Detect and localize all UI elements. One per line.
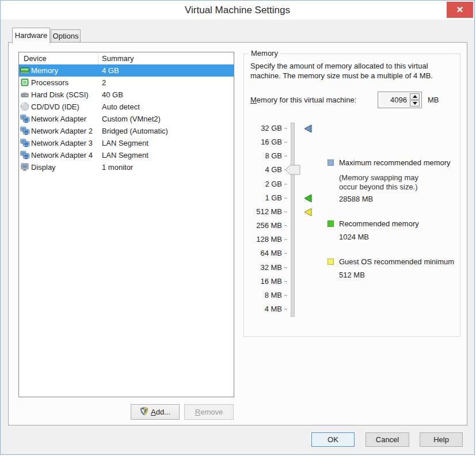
maximum-recommended-memory-swatch bbox=[328, 159, 334, 166]
scale-label: 2 GB bbox=[243, 180, 282, 188]
device-summary: LAN Segment bbox=[102, 139, 148, 147]
scale-label: 256 MB bbox=[243, 221, 282, 230]
scale-tick bbox=[284, 197, 287, 199]
recommended-memory-swatch bbox=[328, 221, 334, 227]
scale-tick bbox=[284, 253, 287, 254]
add-button-label: Add... bbox=[151, 408, 170, 416]
scale-tick bbox=[284, 267, 287, 268]
scale-label: 32 MB bbox=[243, 263, 282, 272]
scale-label: 1 GB bbox=[243, 193, 282, 202]
display-icon bbox=[20, 162, 29, 172]
memory-slider-track[interactable] bbox=[291, 123, 295, 317]
network-adapter-icon bbox=[20, 150, 29, 159]
memory-icon bbox=[20, 66, 29, 75]
remove-button-label: Remove bbox=[195, 408, 223, 416]
scale-label: 8 MB bbox=[243, 291, 282, 299]
device-row[interactable]: Network AdapterCustom (VMnet2) bbox=[19, 113, 234, 125]
uac-shield-icon bbox=[140, 406, 148, 417]
device-name: Display bbox=[31, 163, 56, 172]
hardware-tab-panel: Device Summary Memory4 GBProcessors2Hard… bbox=[8, 42, 467, 425]
network-adapter-icon bbox=[20, 126, 29, 135]
device-row[interactable]: Processors2 bbox=[19, 77, 234, 89]
legend-note: (Memory swapping may bbox=[339, 173, 418, 183]
legend-title: Recommended memory bbox=[339, 219, 419, 228]
scale-tick bbox=[284, 225, 287, 226]
tab-hardware[interactable]: Hardware bbox=[12, 28, 50, 43]
device-row[interactable]: Network Adapter 4LAN Segment bbox=[19, 149, 234, 161]
memory-value-input[interactable] bbox=[378, 92, 409, 108]
device-row[interactable]: Memory4 GB bbox=[19, 64, 234, 77]
scale-label: 512 MB bbox=[243, 207, 282, 216]
scale-tick bbox=[284, 211, 287, 212]
close-icon[interactable]: ✕ bbox=[447, 2, 473, 18]
column-header-device: Device bbox=[24, 54, 47, 63]
cd-dvd-icon bbox=[20, 102, 29, 111]
scale-tick bbox=[284, 309, 287, 310]
device-name: CD/DVD (IDE) bbox=[31, 102, 79, 111]
network-adapter-icon bbox=[20, 138, 29, 147]
device-summary: Custom (VMnet2) bbox=[102, 115, 161, 123]
legend-note: occur beyond this size.) bbox=[339, 182, 418, 192]
scale-label: 16 MB bbox=[243, 277, 282, 286]
memory-description: Specify the amount of memory allocated t… bbox=[250, 61, 455, 81]
scale-label: 8 GB bbox=[243, 151, 282, 160]
legend-value: 1024 MB bbox=[339, 233, 369, 241]
help-button[interactable]: Help bbox=[420, 432, 463, 447]
device-row[interactable]: Network Adapter 3LAN Segment bbox=[19, 137, 234, 149]
titlebar: Virtual Machine Settings ✕ bbox=[1, 1, 474, 20]
device-rows: Memory4 GBProcessors2Hard Disk (SCSI)40 … bbox=[19, 64, 234, 173]
device-summary: Bridged (Automatic) bbox=[102, 127, 168, 135]
device-list: Device Summary Memory4 GBProcessors2Hard… bbox=[18, 52, 234, 397]
device-name: Network Adapter 4 bbox=[31, 151, 93, 159]
device-summary: 2 bbox=[102, 78, 106, 87]
device-summary: Auto detect bbox=[102, 102, 140, 111]
memory-field-label: Memory for this virtual machine: bbox=[250, 96, 356, 104]
cancel-button[interactable]: Cancel bbox=[365, 432, 409, 447]
hard-disk-icon bbox=[20, 90, 29, 99]
scale-label: 4 GB bbox=[243, 165, 282, 174]
scale-tick bbox=[284, 184, 287, 185]
virtual-machine-settings-dialog: Virtual Machine Settings ✕ Hardware Opti… bbox=[0, 0, 475, 455]
scale-tick bbox=[284, 295, 287, 296]
scale-tick bbox=[284, 239, 287, 240]
scale-label: 128 MB bbox=[243, 235, 282, 244]
ok-button[interactable]: OK bbox=[311, 432, 355, 447]
tab-options[interactable]: Options bbox=[51, 29, 81, 43]
processor-icon bbox=[20, 78, 29, 87]
memory-slider-handle[interactable] bbox=[285, 164, 301, 176]
scale-tick bbox=[284, 281, 287, 282]
legend-value: 512 MB bbox=[339, 271, 365, 279]
device-name: Network Adapter 2 bbox=[31, 127, 93, 135]
device-row[interactable]: Display1 monitor bbox=[19, 161, 234, 173]
scale-tick bbox=[284, 142, 287, 143]
scale-label: 32 GB bbox=[243, 124, 282, 132]
spinner-buttons bbox=[409, 92, 420, 108]
device-name: Processors bbox=[31, 78, 68, 87]
scale-label: 4 MB bbox=[243, 305, 282, 313]
network-adapter-icon bbox=[20, 114, 29, 123]
device-row[interactable]: CD/DVD (IDE)Auto detect bbox=[19, 101, 234, 113]
memory-groupbox-label: Memory bbox=[249, 49, 280, 58]
device-row[interactable]: Network Adapter 2Bridged (Automatic) bbox=[19, 125, 234, 137]
scale-label: 64 MB bbox=[243, 249, 282, 257]
device-name: Memory bbox=[31, 66, 58, 75]
memory-unit-label: MB bbox=[428, 96, 439, 104]
device-list-header: Device Summary bbox=[19, 52, 234, 64]
device-name: Network Adapter bbox=[31, 115, 86, 123]
minimum-memory-marker-icon bbox=[303, 208, 313, 216]
scale-tick bbox=[284, 128, 287, 129]
spin-up-icon[interactable] bbox=[410, 93, 420, 100]
device-row[interactable]: Hard Disk (SCSI)40 GB bbox=[19, 89, 234, 101]
maximum-memory-marker-icon bbox=[303, 124, 313, 133]
add-device-button[interactable]: Add... bbox=[131, 404, 180, 420]
scale-tick bbox=[284, 155, 287, 157]
dialog-title: Virtual Machine Settings bbox=[1, 5, 474, 16]
scale-label: 16 GB bbox=[243, 138, 282, 146]
remove-device-button[interactable]: Remove bbox=[184, 404, 234, 420]
legend-title: Maximum recommended memory bbox=[339, 158, 451, 167]
column-header-summary: Summary bbox=[102, 54, 134, 63]
device-name: Network Adapter 3 bbox=[31, 139, 93, 147]
spin-down-icon[interactable] bbox=[410, 100, 420, 107]
device-name: Hard Disk (SCSI) bbox=[31, 90, 89, 99]
device-summary: 40 GB bbox=[102, 90, 123, 99]
